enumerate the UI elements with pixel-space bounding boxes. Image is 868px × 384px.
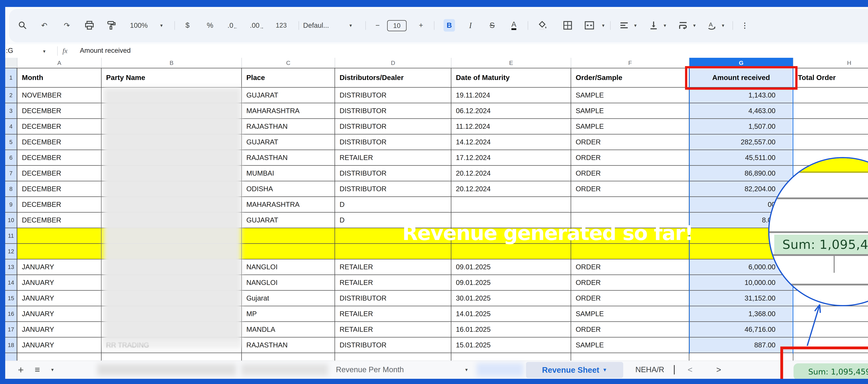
cell-place[interactable]: MANDLA [242,322,335,338]
cell-month[interactable] [18,228,101,244]
cell-place[interactable]: Gujarat [242,291,335,306]
next-sheets-icon[interactable]: > [713,361,724,378]
cell-place[interactable]: NANGLOI [242,275,335,291]
cell-place[interactable]: NANGLOI [242,259,335,275]
cell-type[interactable]: SAMPLE [571,88,689,103]
row-number[interactable]: 17 [5,322,18,338]
cell-date[interactable]: 14.12.2024 [452,134,571,150]
cell-type[interactable]: ORDER [571,291,689,306]
cell-dealer[interactable]: RETAILER [335,275,452,291]
cell-amount[interactable]: 1,143.00 [689,88,793,103]
row-number[interactable]: 8 [5,181,18,197]
cell-place[interactable]: GUJARAT [242,134,335,150]
cell-type[interactable]: ORDER [571,275,689,291]
cell-type[interactable]: ORDER [571,134,689,150]
header-total[interactable]: Total Order [793,68,868,88]
redo-icon[interactable]: ↷ [60,19,74,32]
cell-date[interactable]: 19.11.2024 [452,88,571,103]
header-type[interactable]: Order/Sample [571,68,689,88]
row-number[interactable]: 6 [5,150,18,166]
cell-month[interactable]: NOVEMBER [18,88,101,103]
cell-type[interactable]: ORDER [571,150,689,166]
cell-date[interactable]: 20.12.2024 [452,181,571,197]
cell-month[interactable] [18,244,101,259]
text-wrap-dropdown-icon[interactable]: ▾ [691,19,698,32]
cell-date[interactable]: 30.01.2025 [452,291,571,306]
cell-amount[interactable]: 1,368.00 [689,306,793,322]
all-sheets-menu-icon[interactable]: ≡ [31,361,43,378]
cell-type[interactable]: ORDER [571,259,689,275]
tab-neha[interactable]: NEHA/R [636,361,664,378]
cell-dealer[interactable]: DISTRIBUTOR [335,166,452,181]
text-rotation-dropdown-icon[interactable]: ▾ [720,19,726,32]
text-rotation-icon[interactable]: A [705,19,719,32]
row-number[interactable]: 5 [5,134,18,150]
cell-type[interactable]: ORDER [571,181,689,197]
cell-month[interactable]: JANUARY [18,338,101,353]
cell-month[interactable]: JANUARY [18,322,101,338]
cell-amount[interactable]: 86,890.00 [689,166,793,181]
cell-month[interactable]: JANUARY [18,306,101,322]
borders-icon[interactable] [560,19,576,32]
cell-total[interactable] [793,306,868,322]
cell-date[interactable]: 16.01.2025 [452,322,571,338]
cell-dealer[interactable]: RETAILER [335,259,452,275]
header-dealer[interactable]: Distributors/Dealer [335,68,452,88]
cell-place[interactable]: RAJASTHAN [242,119,335,134]
cell-place[interactable]: RAJASTHAN [242,338,335,353]
column-header-B[interactable]: B [101,58,242,68]
formula-input[interactable]: Amount received [80,47,131,54]
row-number[interactable]: 12 [5,244,18,259]
cell-dealer[interactable]: DISTRIBUTOR [335,103,452,119]
zoom-select[interactable]: 100% [125,19,153,32]
row-number[interactable]: 2 [5,88,18,103]
text-color-button[interactable]: A [508,19,520,32]
cell-date[interactable]: 20.12.2024 [452,166,571,181]
cell-amount[interactable]: 46,716.00 [689,322,793,338]
cell-dealer[interactable]: DISTRIBUTOR [335,181,452,197]
cell-month[interactable]: JANUARY [18,291,101,306]
column-header-C[interactable]: C [242,58,335,68]
cell-dealer[interactable]: RETAILER [335,150,452,166]
cell-month[interactable]: JANUARY [18,275,101,291]
horizontal-align-dropdown-icon[interactable]: ▾ [632,19,639,32]
cell-date[interactable]: 06.12.2024 [452,103,571,119]
fill-color-icon[interactable] [535,19,550,32]
cell-month[interactable]: DECEMBER [18,134,101,150]
cell-month[interactable]: DECEMBER [18,119,101,134]
column-header-D[interactable]: D [335,58,452,68]
row-number[interactable]: 3 [5,103,18,119]
column-header-E[interactable]: E [452,58,571,68]
cell-amount[interactable]: 887.00 [689,338,793,353]
row-number[interactable]: 14 [5,275,18,291]
cell-amount[interactable]: 1,507.00 [689,119,793,134]
cell-dealer[interactable]: DISTRIBUTOR [335,119,452,134]
bold-button[interactable]: B [443,19,455,32]
header-party[interactable]: Party Name [101,68,242,88]
cell-place[interactable] [242,244,335,259]
cell-month[interactable]: DECEMBER [18,103,101,119]
cell-dealer[interactable]: DISTRIBUTOR [335,338,452,353]
row-number[interactable]: 13 [5,259,18,275]
cell-dealer[interactable]: DISTRIBUTOR [335,134,452,150]
horizontal-align-icon[interactable] [617,19,631,32]
cell-amount[interactable]: 31,152.00 [689,291,793,306]
cell-dealer[interactable]: RETAILER [335,322,452,338]
cell-month[interactable]: DECEMBER [18,150,101,166]
row-number[interactable]: 15 [5,291,18,306]
decrease-decimal-button[interactable]: .0← [225,19,241,32]
font-select[interactable]: Defaul... [303,19,341,32]
column-header-F[interactable]: F [571,58,689,68]
cell-month[interactable]: DECEMBER [18,197,101,213]
cell-type[interactable]: SAMPLE [571,306,689,322]
vertical-align-icon[interactable] [647,19,660,32]
cell-place[interactable]: ODISHA [242,181,335,197]
header-date[interactable]: Date of Maturity [452,68,571,88]
cell-date[interactable]: 14.01.2025 [452,306,571,322]
percent-format-button[interactable]: % [203,19,217,32]
cell-amount[interactable]: 45,511.00 [689,150,793,166]
currency-format-button[interactable]: $ [181,19,194,32]
select-all-corner[interactable] [5,58,18,68]
cell-place[interactable]: RAJASTHAN [242,150,335,166]
cell-place[interactable]: GUJARAT [242,88,335,103]
